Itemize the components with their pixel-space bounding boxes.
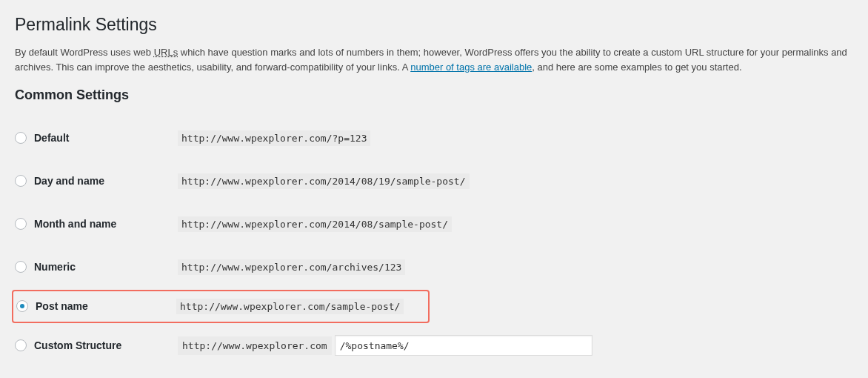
tags-available-link[interactable]: number of tags are available — [410, 62, 532, 73]
radio-numeric[interactable] — [15, 261, 27, 273]
highlight-post-name: Post name http://www.wpexplorer.com/samp… — [12, 290, 430, 323]
setting-row-custom: Custom Structure http://www.wpexplorer.c… — [15, 324, 853, 367]
urls-abbr: URLs — [154, 47, 178, 58]
radio-label-month-name[interactable]: Month and name — [34, 218, 116, 230]
radio-default[interactable] — [15, 132, 27, 144]
page-description: By default WordPress uses web URLs which… — [15, 45, 853, 74]
setting-row-day-name: Day and name http://www.wpexplorer.com/2… — [15, 159, 853, 202]
radio-label-day-name[interactable]: Day and name — [34, 175, 104, 187]
setting-row-month-name: Month and name http://www.wpexplorer.com… — [15, 202, 853, 245]
radio-post-name[interactable] — [16, 300, 28, 312]
custom-base-url: http://www.wpexplorer.com — [178, 336, 332, 355]
day-name-url-value: http://www.wpexplorer.com/2014/08/19/sam… — [178, 173, 470, 189]
permalink-settings-table: Default http://www.wpexplorer.com/?p=123… — [15, 116, 853, 367]
month-name-url-value: http://www.wpexplorer.com/2014/08/sample… — [178, 216, 452, 232]
numeric-url-value: http://www.wpexplorer.com/archives/123 — [178, 259, 405, 275]
post-name-url-value: http://www.wpexplorer.com/sample-post/ — [176, 299, 404, 314]
radio-month-name[interactable] — [15, 218, 27, 230]
radio-label-post-name[interactable]: Post name — [36, 300, 88, 312]
setting-row-post-name: Post name http://www.wpexplorer.com/samp… — [15, 288, 853, 324]
radio-custom[interactable] — [15, 339, 27, 351]
radio-label-numeric[interactable]: Numeric — [34, 261, 76, 273]
radio-label-custom[interactable]: Custom Structure — [34, 339, 121, 351]
setting-row-default: Default http://www.wpexplorer.com/?p=123 — [15, 116, 853, 159]
setting-row-numeric: Numeric http://www.wpexplorer.com/archiv… — [15, 245, 853, 288]
page-title: Permalink Settings — [15, 15, 853, 35]
default-url-value: http://www.wpexplorer.com/?p=123 — [178, 130, 370, 146]
radio-label-default[interactable]: Default — [34, 132, 69, 144]
radio-day-name[interactable] — [15, 175, 27, 187]
custom-structure-input[interactable] — [335, 335, 592, 356]
common-settings-heading: Common Settings — [15, 87, 853, 103]
